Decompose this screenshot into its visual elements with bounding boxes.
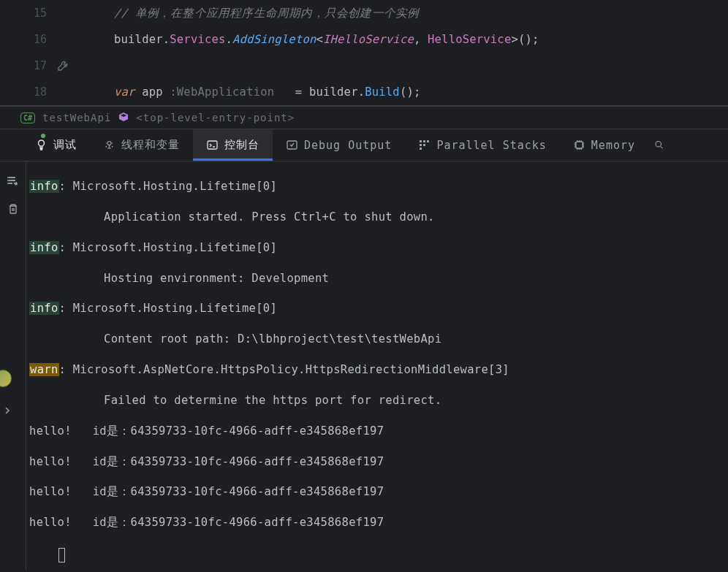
breadcrumb-entry[interactable]: <top-level-entry-point> [136, 112, 295, 123]
log-line: warn: Microsoft.AspNetCore.HttpsPolicy.H… [29, 355, 725, 386]
line-number: 18 [0, 85, 56, 99]
tab-label: 线程和变量 [121, 138, 180, 152]
code-text: builder.Services.AddSingleton<IHelloServ… [56, 33, 539, 46]
tab-debug[interactable]: 调试 [22, 129, 90, 161]
breadcrumb-project[interactable]: testWebApi [42, 112, 111, 123]
code-line[interactable]: 16 builder.Services.AddSingleton<IHelloS… [0, 26, 728, 53]
log-line: info: Microsoft.Hosting.Lifetime[0] [29, 233, 725, 264]
search-icon [654, 139, 664, 151]
svg-rect-7 [423, 144, 425, 146]
log-detail: Application started. Press Ctrl+C to shu… [29, 202, 725, 233]
tab-label: 控制台 [224, 138, 259, 152]
bug-icon [103, 139, 115, 151]
svg-rect-3 [420, 140, 422, 142]
svg-rect-9 [576, 142, 583, 148]
trash-icon[interactable] [7, 203, 19, 218]
lightbulb-icon [35, 139, 48, 151]
code-line[interactable]: 17 [0, 53, 728, 79]
scroll-to-end-icon[interactable] [7, 175, 19, 190]
debug-tabs: 调试 线程和变量 控制台 Debug Output Parallel Stack… [0, 129, 728, 161]
tab-debug-output[interactable]: Debug Output [273, 129, 405, 161]
log-line: hello! id是：64359733-10fc-4966-adff-e3458… [29, 416, 725, 447]
log-line: hello! id是：64359733-10fc-4966-adff-e3458… [29, 477, 725, 508]
svg-rect-8 [420, 148, 422, 150]
output-icon [286, 139, 298, 151]
tab-threads[interactable]: 线程和变量 [90, 129, 193, 161]
console-panel: info: Microsoft.Hosting.Lifetime[0]Appli… [0, 161, 728, 570]
console-toolbar [0, 161, 26, 570]
tab-memory[interactable]: Memory [560, 129, 648, 161]
cursor [58, 548, 65, 563]
terminal-icon [206, 139, 219, 151]
tab-label: 调试 [53, 138, 77, 152]
code-line[interactable]: 15 // 单例，在整个应用程序生命周期内，只会创建一个实例 [0, 0, 728, 26]
tab-label: Parallel Stacks [436, 139, 546, 152]
line-number: 16 [0, 33, 56, 46]
svg-rect-1 [208, 141, 217, 149]
code-comment: // 单例，在整个应用程序生命周期内，只会创建一个实例 [114, 7, 419, 20]
svg-point-10 [656, 142, 661, 147]
chevron-right-icon[interactable] [3, 405, 12, 418]
language-badge: C# [20, 113, 35, 123]
log-line: info: Microsoft.Hosting.Lifetime[0] [29, 172, 725, 202]
log-detail: Failed to determine the https port for r… [29, 386, 725, 416]
console-output[interactable]: info: Microsoft.Hosting.Lifetime[0]Appli… [26, 161, 728, 570]
log-line: hello! id是：64359733-10fc-4966-adff-e3458… [29, 508, 725, 538]
svg-rect-5 [427, 140, 429, 142]
memory-icon [573, 139, 585, 151]
svg-rect-4 [423, 140, 425, 142]
code-text: var app :WebApplication = builder.Build(… [56, 85, 421, 99]
code-line[interactable]: 18 var app :WebApplication = builder.Bui… [0, 79, 728, 105]
tab-parallel-stacks[interactable]: Parallel Stacks [405, 129, 559, 161]
tab-console[interactable]: 控制台 [193, 129, 273, 161]
tab-label: Debug Output [304, 139, 392, 152]
tab-label: Memory [591, 139, 635, 152]
log-detail: Hosting environment: Development [29, 264, 725, 294]
log-line: hello! id是：64359733-10fc-4966-adff-e3458… [29, 447, 725, 478]
code-editor[interactable]: 15 // 单例，在整个应用程序生命周期内，只会创建一个实例 16 builde… [0, 0, 728, 106]
tab-overflow[interactable] [648, 129, 667, 161]
svg-point-0 [107, 142, 111, 145]
svg-rect-6 [420, 144, 422, 146]
line-number: 15 [0, 7, 56, 20]
package-icon [118, 112, 129, 124]
breadcrumb: C# testWebApi <top-level-entry-point> [0, 106, 728, 129]
stacks-icon [418, 139, 431, 151]
wrench-icon[interactable] [57, 60, 69, 72]
line-number: 17 [0, 59, 56, 72]
log-line: info: Microsoft.Hosting.Lifetime[0] [29, 294, 725, 324]
log-detail: Content root path: D:\lbhproject\test\te… [29, 324, 725, 355]
